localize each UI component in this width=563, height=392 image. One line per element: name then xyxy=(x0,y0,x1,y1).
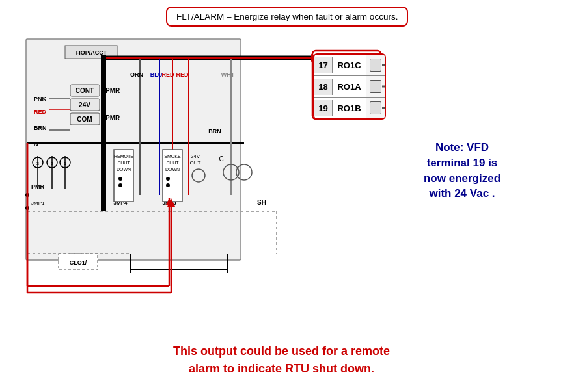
flt-alarm-label: FLT/ALARM – Energize relay when fault or… xyxy=(166,7,408,27)
wiring-diagram: FIOP/ACCT CONT 24V COM PMR PMR PNK RED B… xyxy=(0,0,364,319)
svg-text:24V: 24V xyxy=(79,101,90,109)
svg-text:JMP1: JMP1 xyxy=(31,200,45,206)
svg-text:BLU: BLU xyxy=(150,72,163,78)
svg-rect-32 xyxy=(101,55,106,211)
svg-text:PMR: PMR xyxy=(105,114,120,122)
svg-point-56 xyxy=(166,177,170,181)
svg-text:CLO1/: CLO1/ xyxy=(70,259,87,266)
terminal-label-ro1a: RO1A xyxy=(333,79,366,95)
note-line4: with 24 Vac . xyxy=(384,186,540,202)
svg-text:ORN: ORN xyxy=(130,72,143,78)
note-line2: terminal 19 is xyxy=(384,155,540,171)
svg-text:24V: 24V xyxy=(191,153,200,159)
connector-shape-18 xyxy=(370,80,381,93)
terminal-label-ro1b: RO1B xyxy=(333,100,366,116)
svg-text:RED: RED xyxy=(176,72,189,78)
svg-text:DOWN: DOWN xyxy=(165,167,180,172)
terminal-row-19: 19 RO1B xyxy=(314,98,385,118)
svg-text:3: 3 xyxy=(36,161,40,166)
svg-text:PMR: PMR xyxy=(31,183,45,190)
svg-text:OUT: OUT xyxy=(190,160,201,166)
svg-point-57 xyxy=(166,183,170,187)
terminal-block: 17 RO1C 18 RO1A 19 RO1B xyxy=(313,53,386,120)
svg-point-50 xyxy=(118,177,122,181)
svg-text:SH: SH xyxy=(257,199,266,206)
terminal-connector-18 xyxy=(366,76,385,97)
svg-text:COM: COM xyxy=(77,116,92,123)
terminal-num-17: 17 xyxy=(314,57,333,73)
terminal-num-18: 18 xyxy=(314,79,333,95)
bottom-text: This output could be used for a remote a… xyxy=(0,343,563,378)
svg-text:N: N xyxy=(34,141,38,148)
bottom-line1: This output could be used for a remote xyxy=(0,343,563,360)
svg-text:DOWN: DOWN xyxy=(117,167,131,172)
terminal-connector-17 xyxy=(366,55,385,75)
svg-text:SMOKE: SMOKE xyxy=(164,154,181,159)
svg-text:RED: RED xyxy=(161,72,174,78)
svg-text:SHUT: SHUT xyxy=(117,161,130,165)
terminal-row-18: 18 RO1A xyxy=(314,76,385,98)
svg-text:REMOTE: REMOTE xyxy=(114,154,133,159)
connector-shape-19 xyxy=(370,101,381,114)
svg-text:PNK: PNK xyxy=(34,96,47,102)
svg-text:JMP4: JMP4 xyxy=(114,200,128,206)
note-text: Note: VFD terminal 19 is now energized w… xyxy=(384,140,540,202)
connector-shape-17 xyxy=(370,59,381,72)
bottom-line2: alarm to indicate RTU shut down. xyxy=(0,360,563,378)
note-line1: Note: VFD xyxy=(384,140,540,155)
svg-text:WHT: WHT xyxy=(221,72,235,78)
terminal-num-19: 19 xyxy=(314,100,333,116)
note-line3: now energized xyxy=(384,171,540,187)
svg-text:SHUT: SHUT xyxy=(166,161,179,165)
main-container: FIOP/ACCT CONT 24V COM PMR PMR PNK RED B… xyxy=(0,0,563,392)
svg-point-51 xyxy=(118,183,122,187)
svg-text:BRN: BRN xyxy=(34,125,47,131)
terminal-row-17: 17 RO1C xyxy=(314,55,385,76)
svg-text:CONT: CONT xyxy=(76,87,94,94)
terminal-label-ro1c: RO1C xyxy=(333,57,366,73)
svg-text:2: 2 xyxy=(51,161,54,166)
svg-text:RED: RED xyxy=(34,109,47,115)
svg-text:C: C xyxy=(219,155,223,163)
terminal-connector-19 xyxy=(366,98,385,118)
svg-text:FIOP/ACCT: FIOP/ACCT xyxy=(76,49,107,56)
flt-alarm-text-display: FLT/ALARM – Energize relay when fault or… xyxy=(176,12,398,21)
svg-text:PMR: PMR xyxy=(105,87,120,94)
svg-text:1: 1 xyxy=(64,161,67,166)
svg-text:BRN: BRN xyxy=(208,128,221,135)
